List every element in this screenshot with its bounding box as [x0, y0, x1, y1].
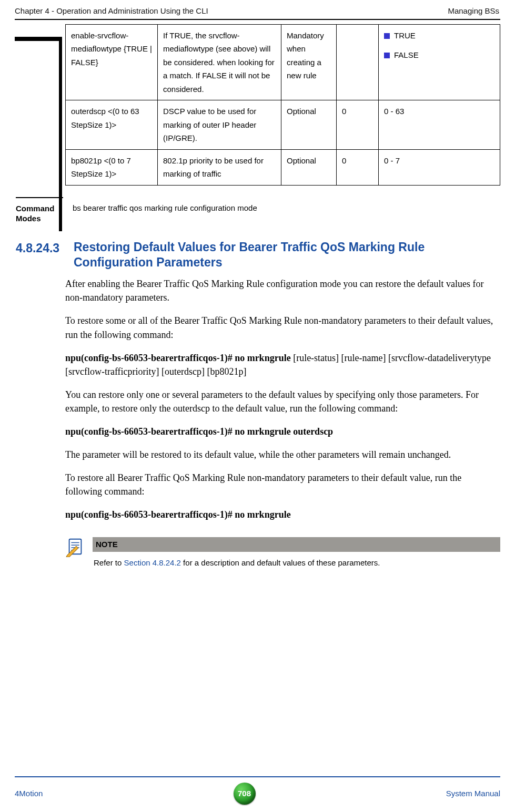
command-paragraph: npu(config-bs-66053-bearertrafficqos-1)#… [65, 425, 500, 438]
cell-desc: If TRUE, the srvcflow-mediaflowtype (see… [158, 24, 281, 100]
cell-presence: Optional [281, 149, 337, 185]
command-modes-block: Command Modes bs bearer traffic qos mark… [65, 197, 500, 224]
note-header: NOTE [93, 537, 500, 552]
cell-desc: DSCP value to be used for marking of out… [158, 100, 281, 150]
parameter-table: enable-srvcflow-mediaflowtype {TRUE | FA… [65, 24, 500, 186]
margin-rule-vertical [59, 37, 62, 231]
table-row: bp8021p <(0 to 7 StepSize 1)> 802.1p pri… [66, 149, 500, 185]
command-bold: npu(config-bs-66053-bearertrafficqos-1)#… [65, 353, 291, 363]
note-suffix: for a description and default values of … [181, 558, 380, 567]
page-header: Chapter 4 - Operation and Administration… [0, 0, 515, 19]
page-footer: 4Motion 708 System Manual [0, 776, 515, 812]
cell-values: 0 - 63 [379, 100, 500, 150]
footer-rule [15, 776, 500, 777]
footer-left: 4Motion [15, 788, 43, 799]
command-bold: npu(config-bs-66053-bearertrafficqos-1)#… [65, 426, 333, 437]
footer-right: System Manual [446, 788, 500, 799]
cell-presence: Optional [281, 100, 337, 150]
cell-desc: 802.1p priority to be used for marking o… [158, 149, 281, 185]
page-number-badge: 708 [234, 783, 256, 805]
cell-param: outerdscp <(0 to 63 StepSize 1)> [66, 100, 158, 150]
cell-default: 0 [337, 149, 379, 185]
value-true: TRUE [394, 31, 416, 40]
note-prefix: Refer to [94, 558, 124, 567]
margin-rule-horizontal [15, 37, 62, 41]
cell-param: bp8021p <(0 to 7 StepSize 1)> [66, 149, 158, 185]
command-paragraph: npu(config-bs-66053-bearertrafficqos-1)#… [65, 508, 500, 521]
paragraph: To restore all Bearer Traffic QoS Markin… [65, 471, 500, 498]
section-number: 4.8.24.3 [16, 240, 74, 270]
note-content: NOTE Refer to Section 4.8.24.2 for a des… [93, 537, 500, 574]
header-rule [15, 19, 500, 20]
command-paragraph: npu(config-bs-66053-bearertrafficqos-1)#… [65, 351, 500, 378]
note-block: NOTE Refer to Section 4.8.24.2 for a des… [65, 537, 500, 574]
header-left: Chapter 4 - Operation and Administration… [15, 5, 208, 17]
table-row: outerdscp <(0 to 63 StepSize 1)> DSCP va… [66, 100, 500, 150]
command-modes-label: Command Modes [16, 197, 63, 224]
note-link[interactable]: Section 4.8.24.2 [124, 558, 181, 567]
paragraph: After enabling the Bearer Traffic QoS Ma… [65, 277, 500, 304]
paragraph: You can restore only one or several para… [65, 388, 500, 415]
cell-param: enable-srvcflow-mediaflowtype {TRUE | FA… [66, 24, 158, 100]
header-right: Managing BSs [448, 5, 499, 17]
note-icon [65, 537, 85, 561]
cell-default [337, 24, 379, 100]
paragraph: The parameter will be restored to its de… [65, 448, 500, 461]
cell-presence: Mandatory when creating a new rule [281, 24, 337, 100]
cell-default: 0 [337, 100, 379, 150]
section-heading: 4.8.24.3 Restoring Default Values for Be… [16, 240, 500, 270]
note-body: Refer to Section 4.8.24.2 for a descript… [93, 552, 500, 574]
paragraph: To restore some or all of the Bearer Tra… [65, 314, 500, 341]
value-false: FALSE [394, 50, 419, 59]
bullet-icon [384, 33, 390, 39]
command-modes-value: bs bearer traffic qos marking rule confi… [73, 197, 257, 224]
cell-values: TRUE FALSE [379, 24, 500, 100]
command-bold: npu(config-bs-66053-bearertrafficqos-1)#… [65, 509, 291, 520]
table-row: enable-srvcflow-mediaflowtype {TRUE | FA… [66, 24, 500, 100]
cell-values: 0 - 7 [379, 149, 500, 185]
section-title: Restoring Default Values for Bearer Traf… [74, 240, 500, 270]
bullet-icon [384, 53, 390, 58]
